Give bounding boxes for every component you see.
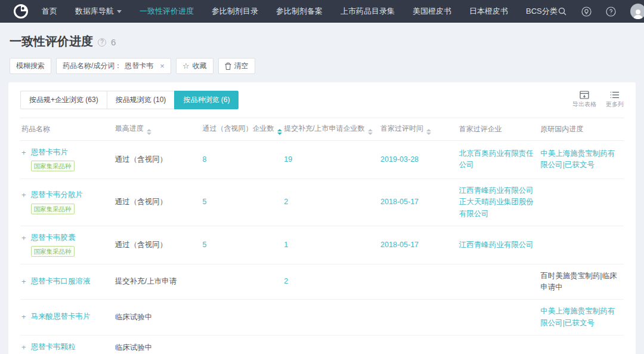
result-count: 6 [111, 37, 116, 47]
filter-tag-label: 药品名称/成分词： [63, 61, 122, 71]
sort-icon[interactable] [368, 129, 373, 135]
tab-variety-view[interactable]: 按品种浏览 (6) [174, 91, 239, 109]
nav-menu: 首页 数据库导航 一致性评价进度 参比制剂目录 参比制剂备案 上市药品目录集 美… [42, 6, 558, 17]
submitted-count-link[interactable]: 19 [284, 155, 292, 164]
passed-count-link[interactable]: 5 [203, 198, 207, 206]
progress-table: 药品名称 最高进度 通过（含视同）企业数 提交补充/上市申请企业数 首家过评时间… [20, 118, 624, 354]
favorite-button[interactable]: ☆ 收藏 [176, 58, 213, 74]
originator-progress-link[interactable]: 中美上海施贵宝制药有限公司|已获文号 [540, 307, 615, 327]
passed-count-link[interactable]: 8 [203, 155, 207, 164]
nav-item-listed-drug-catalog[interactable]: 上市药品目录集 [340, 6, 395, 17]
page-title: 一致性评价进度 [10, 33, 93, 50]
filter-tag-value: 恩替卡韦 [125, 61, 153, 71]
nav-item-database-nav[interactable]: 数据库导航 [75, 6, 122, 17]
close-icon[interactable]: × [160, 61, 165, 70]
cell-progress: 通过（含视同） [114, 141, 202, 179]
view-tabs: 按品规+企业浏览 (63) 按品规浏览 (10) 按品种浏览 (6) [20, 91, 239, 109]
company-link[interactable]: 江西青峰药业有限公司 [459, 239, 535, 251]
table-row: +马来酸恩替卡韦片 临床试验中 中美上海施贵宝制药有限公司|已获文号 [20, 300, 624, 335]
tab-spec-company-view[interactable]: 按品规+企业浏览 (63) [20, 91, 107, 109]
submitted-count-link[interactable]: 2 [284, 277, 288, 285]
drug-name-link[interactable]: 恩替卡韦片 [31, 148, 69, 156]
drug-name-link[interactable]: 马来酸恩替卡韦片 [31, 312, 91, 321]
col-originator-progress: 原研国内进度 [539, 118, 624, 141]
originator-progress-link[interactable]: 中美上海施贵宝制药有限公司|已获文号 [540, 149, 615, 169]
more-columns-icon [610, 91, 620, 99]
national-procurement-badge: 国家集采品种 [31, 246, 75, 257]
bulb-icon[interactable] [581, 7, 592, 17]
more-columns-button[interactable]: 更多列 [606, 91, 624, 109]
expand-icon[interactable]: + [21, 232, 26, 258]
help-icon[interactable] [606, 7, 616, 17]
col-drug-name: 药品名称 [20, 118, 114, 141]
cell-originator-progress: 百时美施贵宝制药|临床申请中 [540, 272, 617, 291]
navbar-actions [558, 4, 644, 19]
info-icon[interactable]: ? [98, 38, 106, 47]
nav-item-jp-orange-book[interactable]: 日本橙皮书 [469, 6, 508, 17]
drug-name-link[interactable]: 恩替卡韦颗粒 [31, 343, 76, 351]
table-header-row: 药品名称 最高进度 通过（含视同）企业数 提交补充/上市申请企业数 首家过评时间… [20, 118, 624, 141]
national-procurement-badge: 国家集采品种 [31, 161, 75, 171]
trash-icon [225, 63, 231, 70]
results-panel: 按品规+企业浏览 (63) 按品规浏览 (10) 按品种浏览 (6) 导出表格 … [8, 82, 636, 354]
drug-name-link[interactable]: 恩替卡韦胶囊 [31, 233, 76, 242]
expand-icon[interactable]: + [21, 189, 26, 215]
expand-icon[interactable]: + [21, 276, 26, 288]
nav-item-home[interactable]: 首页 [42, 6, 57, 17]
cell-progress: 临床试验中 [114, 300, 202, 335]
insight-logo-icon[interactable] [13, 4, 29, 19]
cell-progress: 提交补充/上市申请 [114, 264, 202, 300]
nav-item-us-orange-book[interactable]: 美国橙皮书 [413, 6, 451, 17]
user-avatar[interactable] [630, 4, 644, 19]
filter-bar: 模糊搜索 药品名称/成分词： 恩替卡韦 × ☆ 收藏 清空 [10, 58, 636, 74]
drug-name-link[interactable]: 恩替卡韦口服溶液 [31, 277, 91, 285]
star-icon: ☆ [182, 61, 190, 70]
cell-progress: 临床试验中 [114, 335, 202, 354]
drug-name-link[interactable]: 恩替卡韦分散片 [31, 190, 83, 199]
col-first-pass-company: 首家过评企业 [458, 118, 540, 141]
table-row: +恩替卡韦口服溶液 提交补充/上市申请 2 百时美施贵宝制药|临床申请中 [20, 264, 624, 300]
sort-icon[interactable] [277, 129, 282, 135]
cell-progress: 通过（含视同） [114, 226, 202, 264]
submitted-count-link[interactable]: 1 [284, 241, 288, 249]
nav-item-consistency-progress[interactable]: 一致性评价进度 [140, 6, 194, 17]
national-procurement-badge: 国家集采品种 [31, 204, 75, 214]
col-submitted-count: 提交补充/上市申请企业数 [283, 118, 379, 141]
company-link[interactable]: 北京百奥药业有限责任公司 [459, 148, 535, 171]
nav-item-bcs-category[interactable]: BCS分类 [526, 6, 558, 17]
fuzzy-search-button[interactable]: 模糊搜索 [10, 58, 51, 74]
sort-icon[interactable] [147, 129, 151, 135]
company-link[interactable]: 江西青峰药业有限公司 [459, 185, 535, 196]
expand-icon[interactable]: + [21, 341, 26, 354]
col-passed-count: 通过（含视同）企业数 [202, 118, 283, 141]
filter-tag: 药品名称/成分词： 恩替卡韦 × [56, 58, 171, 74]
table-row: +恩替卡韦分散片国家集采品种 通过（含视同） 5 2 2018-05-17 江西… [20, 178, 624, 226]
export-icon [580, 91, 589, 99]
clear-button[interactable]: 清空 [218, 58, 255, 74]
passed-count-link[interactable]: 5 [203, 241, 207, 249]
cell-first-pass-date: 2018-05-17 [380, 198, 419, 206]
table-row: +恩替卡韦颗粒 临床试验中 [20, 335, 624, 354]
search-icon[interactable] [558, 7, 567, 16]
col-highest-progress: 最高进度 [114, 118, 202, 141]
nav-item-reference-filing[interactable]: 参比制剂备案 [276, 6, 323, 17]
cell-first-pass-date: 2019-03-28 [380, 155, 419, 164]
expand-icon[interactable]: + [21, 147, 26, 173]
col-first-pass-date: 首家过评时间 [379, 118, 458, 141]
sort-icon[interactable] [426, 129, 431, 135]
submitted-count-link[interactable]: 2 [284, 198, 288, 206]
table-row: +恩替卡韦片国家集采品种 通过（含视同） 8 19 2019-03-28 北京百… [20, 141, 624, 179]
table-row: +恩替卡韦胶囊国家集采品种 通过（含视同） 5 1 2018-05-17 江西青… [20, 226, 624, 264]
company-link[interactable]: 正大天晴药业集团股份有限公司 [459, 196, 535, 220]
expand-icon[interactable]: + [21, 311, 26, 324]
nav-item-reference-catalog[interactable]: 参比制剂目录 [212, 6, 258, 17]
cell-first-pass-date: 2018-05-17 [380, 241, 419, 249]
tab-spec-view[interactable]: 按品规浏览 (10) [107, 91, 175, 109]
main-content: 一致性评价进度 ? 6 模糊搜索 药品名称/成分词： 恩替卡韦 × ☆ 收藏 清… [0, 23, 644, 354]
chevron-down-icon [117, 10, 122, 13]
cell-progress: 通过（含视同） [114, 178, 202, 226]
table-tools: 导出表格 更多列 [572, 91, 624, 109]
top-navbar: 首页 数据库导航 一致性评价进度 参比制剂目录 参比制剂备案 上市药品目录集 美… [0, 0, 644, 23]
export-table-button[interactable]: 导出表格 [572, 91, 596, 109]
